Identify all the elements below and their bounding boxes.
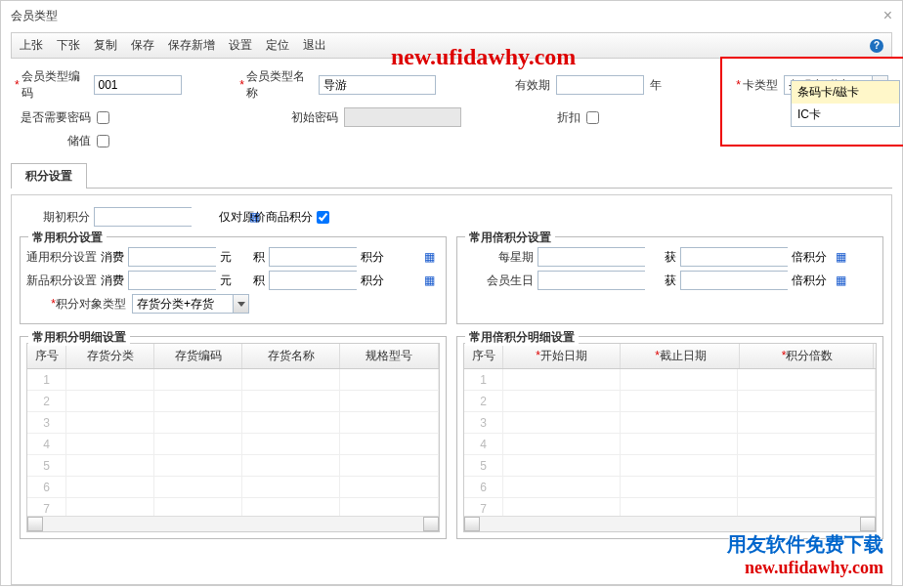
col-stock-name: 存货名称 xyxy=(242,344,340,368)
legend-common-detail: 常用积分明细设置 xyxy=(28,329,130,346)
toolbar-copy[interactable]: 复制 xyxy=(94,37,117,54)
label-valid-period: 有效期 xyxy=(515,77,550,94)
newprod-earn-input[interactable] xyxy=(270,272,424,289)
label-earn: 积 xyxy=(253,249,265,266)
col-index: 序号 xyxy=(464,344,503,368)
label-general-points: 通用积分设置 xyxy=(26,249,97,266)
toolbar-locate[interactable]: 定位 xyxy=(266,37,289,54)
label-weekly: 每星期 xyxy=(463,249,534,266)
row-num: 5 xyxy=(27,455,66,476)
col-stock-code: 存货编码 xyxy=(154,344,242,368)
fieldset-multi-detail: 常用倍积分明细设置 序号 开始日期 截止日期 积分倍数 1 2 3 4 xyxy=(456,336,883,539)
member-type-name-input[interactable] xyxy=(319,75,436,95)
valid-period-input[interactable] xyxy=(556,75,644,95)
close-icon[interactable]: × xyxy=(883,7,892,24)
unit-points: 积分 xyxy=(361,249,384,266)
toolbar-save-new[interactable]: 保存新增 xyxy=(168,37,215,54)
unit-yuan: 元 xyxy=(220,249,232,266)
row-num: 6 xyxy=(27,477,66,497)
fieldset-common-detail: 常用积分明细设置 序号 存货分类 存货编码 存货名称 规格型号 1 2 3 xyxy=(20,336,447,539)
toolbar-settings[interactable]: 设置 xyxy=(229,37,252,54)
tab-points-settings[interactable]: 积分设置 xyxy=(11,163,87,189)
calendar-icon[interactable]: ▦ xyxy=(424,248,435,266)
stored-checkbox[interactable] xyxy=(97,135,109,147)
col-end-date: 截止日期 xyxy=(623,344,740,368)
row-num: 7 xyxy=(464,498,503,516)
row-num: 4 xyxy=(464,434,503,454)
label-new-product-points: 新品积分设置 xyxy=(26,273,97,289)
label-card-type: 卡类型 xyxy=(743,77,778,94)
grid-multi-detail: 序号 开始日期 截止日期 积分倍数 1 2 3 4 5 6 7 xyxy=(463,343,877,532)
label-member-type-name: 会员类型名称 xyxy=(246,68,313,102)
row-num: 5 xyxy=(464,455,503,476)
toolbar-prev[interactable]: 上张 xyxy=(20,37,43,54)
unit-yuan: 元 xyxy=(220,273,232,289)
help-icon[interactable]: ? xyxy=(870,39,883,53)
label-stored: 储值 xyxy=(67,133,91,149)
col-multi: 积分倍数 xyxy=(742,344,874,368)
scrollbar[interactable] xyxy=(464,516,876,531)
unit-year: 年 xyxy=(650,77,662,94)
row-num: 2 xyxy=(27,391,66,411)
label-earn: 积 xyxy=(253,273,265,289)
grid-common-detail: 序号 存货分类 存货编码 存货名称 规格型号 1 2 3 4 5 6 xyxy=(26,343,440,532)
label-init-password: 初始密码 xyxy=(291,109,338,126)
row-num: 2 xyxy=(464,391,503,411)
calendar-icon[interactable]: ▦ xyxy=(836,248,846,266)
fieldset-common-points: 常用积分设置 通用积分设置 消费 ▦ 元 积 ▦ 积分 新品积分设置 消费 xyxy=(20,236,447,324)
row-num: 3 xyxy=(27,412,66,433)
scrollbar[interactable] xyxy=(27,516,439,531)
row-num: 6 xyxy=(464,477,503,497)
toolbar-exit[interactable]: 退出 xyxy=(303,37,326,54)
col-index: 序号 xyxy=(27,344,66,368)
unit-points: 积分 xyxy=(361,273,384,289)
grid-body[interactable]: 1 2 3 4 5 6 7 xyxy=(27,369,439,516)
window-title: 会员类型 xyxy=(11,8,58,24)
row-num: 1 xyxy=(464,369,503,390)
init-password-input xyxy=(344,107,461,127)
col-start-date: 开始日期 xyxy=(503,344,621,368)
label-need-password: 是否需要密码 xyxy=(21,109,91,126)
row-num: 3 xyxy=(464,412,503,433)
label-initial-points: 期初积分 xyxy=(20,209,90,226)
target-type-combo[interactable]: 存货分类+存货 xyxy=(132,294,249,314)
unit-multi: 倍积分 xyxy=(792,273,827,289)
row-num: 1 xyxy=(27,369,66,390)
legend-common-points: 常用积分设置 xyxy=(28,230,107,246)
need-password-checkbox[interactable] xyxy=(97,111,109,124)
col-stock-class: 存货分类 xyxy=(66,344,154,368)
legend-multi-detail: 常用倍积分明细设置 xyxy=(465,329,579,346)
label-discount: 折扣 xyxy=(557,109,580,126)
label-only-original-price: 仅对原价商品积分 xyxy=(219,209,313,226)
calendar-icon[interactable]: ▦ xyxy=(836,272,846,289)
chevron-down-icon[interactable] xyxy=(233,295,248,313)
member-type-code-input[interactable] xyxy=(94,75,182,95)
row-num: 7 xyxy=(27,498,66,516)
row-num: 4 xyxy=(27,434,66,454)
label-consume: 消费 xyxy=(101,249,124,266)
label-member-type-code: 会员类型编码 xyxy=(22,68,88,102)
card-type-option-barcode[interactable]: 条码卡/磁卡 xyxy=(792,81,899,104)
unit-multi: 倍积分 xyxy=(792,249,827,266)
only-original-price-checkbox[interactable] xyxy=(317,211,329,224)
label-target-type: 积分对象类型 xyxy=(26,296,126,313)
calendar-icon[interactable]: ▦ xyxy=(424,272,435,289)
legend-multi-points: 常用倍积分设置 xyxy=(465,230,555,246)
label-earn: 获 xyxy=(665,273,676,289)
initial-points-input-wrap: ▦ xyxy=(94,207,192,227)
toolbar-next[interactable]: 下张 xyxy=(57,37,80,54)
grid-body[interactable]: 1 2 3 4 5 6 7 xyxy=(464,369,876,516)
card-type-option-ic[interactable]: IC卡 xyxy=(792,104,899,126)
card-type-dropdown[interactable]: 条码卡/磁卡 IC卡 xyxy=(791,80,900,127)
fieldset-multi-points: 常用倍积分设置 每星期 🔍 获 ▦ 倍积分 会员生日 ▦ 获 ▦ xyxy=(456,236,883,324)
toolbar: 上张 下张 复制 保存 保存新增 设置 定位 退出 ? xyxy=(11,32,892,59)
col-spec: 规格型号 xyxy=(340,344,439,368)
general-earn-input[interactable] xyxy=(270,248,424,266)
toolbar-save[interactable]: 保存 xyxy=(131,37,154,54)
target-type-value: 存货分类+存货 xyxy=(133,296,233,313)
label-earn: 获 xyxy=(665,249,676,266)
label-consume: 消费 xyxy=(101,273,124,289)
label-birthday: 会员生日 xyxy=(463,273,534,289)
discount-checkbox[interactable] xyxy=(586,111,599,124)
